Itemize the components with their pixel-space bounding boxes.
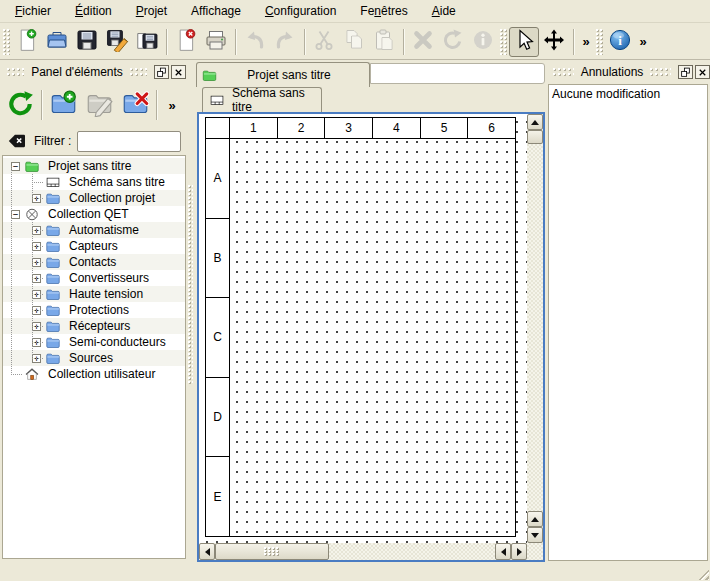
element-info-button[interactable] bbox=[468, 27, 498, 57]
expand-plus-icon[interactable]: + bbox=[32, 194, 41, 203]
reload-collections-button[interactable] bbox=[2, 87, 38, 123]
undo-list-item[interactable]: Aucune modification bbox=[549, 85, 707, 103]
tree-item-capteurs[interactable]: +Capteurs bbox=[3, 238, 185, 254]
save-all-button[interactable] bbox=[132, 27, 162, 57]
scroll-left-button-2[interactable] bbox=[495, 543, 511, 560]
menu-fenetres[interactable]: Fenêtres bbox=[351, 1, 416, 21]
save-as-button[interactable] bbox=[102, 27, 132, 57]
menu-projet[interactable]: Projet bbox=[127, 1, 176, 21]
tree-item-collection-qet[interactable]: −Collection QET bbox=[3, 206, 185, 222]
rotate-button[interactable] bbox=[438, 27, 468, 57]
toolbar-handle[interactable] bbox=[3, 29, 10, 55]
open-file-button[interactable] bbox=[42, 27, 72, 57]
tree-item-haute-tension[interactable]: +Haute tension bbox=[3, 286, 185, 302]
tree-item-automatisme[interactable]: +Automatisme bbox=[3, 222, 185, 238]
tree-item-sources[interactable]: +Sources bbox=[3, 350, 185, 366]
schema-canvas[interactable]: 123456 ABCDE bbox=[199, 114, 527, 543]
float-panel-button[interactable] bbox=[154, 65, 169, 79]
toolbar-overflow-2-button[interactable]: » bbox=[635, 34, 651, 49]
undo-button[interactable] bbox=[240, 27, 270, 57]
toolbar-handle[interactable] bbox=[500, 29, 507, 55]
new-category-button[interactable] bbox=[45, 87, 81, 123]
scroll-left-button[interactable] bbox=[199, 543, 215, 560]
select-mode-icon bbox=[512, 28, 536, 55]
clear-filter-icon[interactable] bbox=[7, 132, 27, 150]
row-header-E: E bbox=[206, 457, 229, 536]
row-header-C: C bbox=[206, 298, 229, 378]
copy-button[interactable] bbox=[339, 27, 369, 57]
menu-bar: FichierÉditionProjetAffichageConfigurati… bbox=[0, 0, 710, 23]
expand-plus-icon[interactable]: + bbox=[32, 306, 41, 315]
expander-slot: + bbox=[28, 190, 44, 206]
toolbar-handle[interactable] bbox=[596, 29, 603, 55]
toolbar-separator bbox=[156, 90, 157, 120]
menu-aide[interactable]: Aide bbox=[423, 1, 465, 21]
expand-plus-icon[interactable]: + bbox=[32, 274, 41, 283]
expand-plus-icon[interactable]: + bbox=[32, 226, 41, 235]
expand-plus-icon[interactable]: + bbox=[32, 354, 41, 363]
tree-item-projet-sans-titre[interactable]: −Projet sans titre bbox=[3, 158, 185, 174]
tab-project[interactable]: Projet sans titre bbox=[196, 62, 370, 87]
schema-viewport: 123456 ABCDE bbox=[197, 112, 545, 562]
expand-plus-icon[interactable]: + bbox=[32, 242, 41, 251]
about-qet-button[interactable]: i bbox=[605, 27, 635, 57]
filter-input[interactable] bbox=[77, 131, 181, 152]
cut-icon bbox=[312, 28, 336, 55]
edit-category-button[interactable] bbox=[81, 87, 117, 123]
tree-item-semi-conducteurs[interactable]: +Semi-conducteurs bbox=[3, 334, 185, 350]
scroll-up-button-2[interactable] bbox=[527, 511, 543, 527]
toolbar-overflow-button[interactable]: » bbox=[578, 34, 594, 49]
svg-text:i: i bbox=[618, 33, 622, 48]
expand-plus-icon[interactable]: + bbox=[32, 338, 41, 347]
tree-item-recepteurs[interactable]: +Récepteurs bbox=[3, 318, 185, 334]
tree-item-label: Capteurs bbox=[69, 239, 118, 253]
expander-slot: + bbox=[28, 254, 44, 270]
expand-plus-icon[interactable]: + bbox=[32, 290, 41, 299]
cut-button[interactable] bbox=[309, 27, 339, 57]
collapse-minus-icon[interactable]: − bbox=[11, 210, 20, 219]
menu-edition[interactable]: Édition bbox=[66, 1, 121, 21]
menu-fichier[interactable]: Fichier bbox=[6, 1, 60, 21]
scroll-right-button[interactable] bbox=[511, 543, 527, 560]
tree-item-collection-utilisateur[interactable]: Collection utilisateur bbox=[3, 366, 185, 382]
print-button[interactable] bbox=[201, 27, 231, 57]
scroll-up-button[interactable] bbox=[527, 114, 543, 130]
panel-overflow-button[interactable]: » bbox=[164, 98, 180, 113]
tree-item-label: Sources bbox=[69, 351, 113, 365]
expand-plus-icon[interactable]: + bbox=[32, 258, 41, 267]
new-document-button[interactable] bbox=[12, 27, 42, 57]
tree-item-protections[interactable]: +Protections bbox=[3, 302, 185, 318]
size-grip[interactable] bbox=[696, 567, 709, 580]
redo-button[interactable] bbox=[270, 27, 300, 57]
tree-item-label: Haute tension bbox=[69, 287, 143, 301]
collapse-minus-icon[interactable]: − bbox=[11, 162, 20, 171]
panel-splitter[interactable] bbox=[188, 185, 193, 385]
vertical-scrollbar[interactable] bbox=[527, 114, 543, 543]
menu-configuration[interactable]: Configuration bbox=[256, 1, 345, 21]
horizontal-scroll-thumb[interactable] bbox=[215, 543, 329, 560]
horizontal-scrollbar[interactable] bbox=[199, 543, 527, 560]
tree-item-schema-sans-titre[interactable]: Schéma sans titre bbox=[3, 174, 185, 190]
paste-icon bbox=[372, 28, 396, 55]
tab-project-label: Projet sans titre bbox=[219, 68, 369, 82]
select-mode-button[interactable] bbox=[509, 27, 539, 57]
close-file-button[interactable] bbox=[171, 27, 201, 57]
column-header-3: 3 bbox=[324, 118, 372, 138]
tree-item-convertisseurs[interactable]: +Convertisseurs bbox=[3, 270, 185, 286]
vertical-scroll-thumb[interactable] bbox=[527, 130, 543, 144]
save-button[interactable] bbox=[72, 27, 102, 57]
delete-category-button[interactable] bbox=[117, 87, 153, 123]
close-panel-button[interactable] bbox=[695, 65, 710, 79]
close-panel-button[interactable] bbox=[171, 65, 186, 79]
expand-plus-icon[interactable]: + bbox=[32, 322, 41, 331]
float-panel-button[interactable] bbox=[678, 65, 693, 79]
tree-item-contacts[interactable]: +Contacts bbox=[3, 254, 185, 270]
tree-item-collection-projet[interactable]: +Collection projet bbox=[3, 190, 185, 206]
paste-button[interactable] bbox=[369, 27, 399, 57]
expander-slot: + bbox=[28, 270, 44, 286]
menu-affichage[interactable]: Affichage bbox=[182, 1, 250, 21]
pan-mode-button[interactable] bbox=[539, 27, 569, 57]
scroll-down-button[interactable] bbox=[527, 527, 543, 543]
tab-schema[interactable]: Schéma sans titre bbox=[202, 87, 322, 112]
delete-button[interactable] bbox=[408, 27, 438, 57]
